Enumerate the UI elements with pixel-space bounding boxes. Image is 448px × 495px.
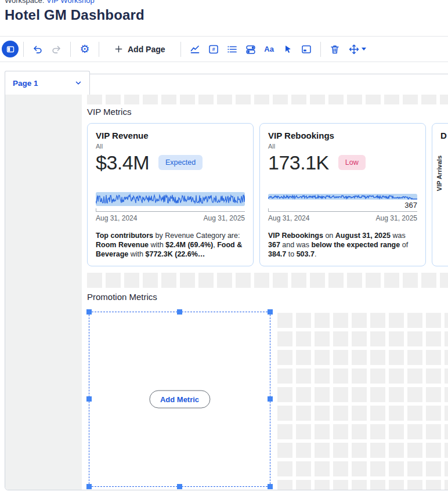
- grid-placeholder: [315, 387, 330, 402]
- grid-placeholder: [407, 331, 422, 346]
- resize-handle-s[interactable]: [177, 484, 182, 489]
- grid-placeholder: [310, 95, 325, 104]
- grid-placeholder: [333, 350, 348, 365]
- grid-placeholder: [347, 95, 362, 104]
- add-kpi-button[interactable]: #: [205, 41, 222, 58]
- vip-metrics-cards: VIP Revenue All $3.4M Expected Aug 31, 2…: [87, 123, 448, 266]
- grid-placeholder: [277, 313, 292, 328]
- grid-placeholder: [440, 273, 448, 288]
- grid-placeholder: [426, 480, 441, 490]
- resize-handle-e[interactable]: [268, 396, 273, 402]
- undo-button[interactable]: [29, 41, 46, 58]
- grid-placeholder: [315, 406, 330, 421]
- add-metric-button[interactable]: Add Metric: [149, 391, 210, 409]
- placeholder-row-top: [87, 95, 448, 104]
- metric-card-vip-revenue[interactable]: VIP Revenue All $3.4M Expected Aug 31, 2…: [87, 123, 254, 266]
- toolbar-divider: [23, 42, 24, 57]
- add-element-button[interactable]: [298, 41, 315, 58]
- grid-placeholder: [352, 331, 367, 346]
- svg-text:#: #: [212, 46, 215, 52]
- workspace-link[interactable]: VIP Workshop: [46, 0, 95, 5]
- grid-placeholder: [333, 331, 348, 346]
- grid-placeholder: [389, 313, 404, 328]
- metric-card-clipped[interactable]: D VIP Arrivals: [432, 123, 448, 266]
- resize-handle-ne[interactable]: [268, 309, 273, 315]
- grid-placeholder: [352, 313, 367, 328]
- date-range-start: Aug 31, 2024: [96, 214, 137, 222]
- grid-placeholder: [333, 480, 348, 490]
- add-page-button[interactable]: Add Page: [107, 40, 172, 59]
- caret-down-icon: [362, 48, 366, 50]
- card-value: 173.1K: [268, 151, 329, 174]
- list-icon: [226, 44, 238, 55]
- status-badge-low: Low: [338, 155, 366, 170]
- resize-handle-w[interactable]: [86, 396, 92, 402]
- grid-placeholder: [106, 273, 121, 288]
- grid-placeholder: [315, 424, 330, 439]
- controls-toggle-icon: [245, 44, 256, 55]
- move-button[interactable]: [345, 41, 370, 58]
- grid-placeholder: [445, 313, 448, 328]
- grid-placeholder: [352, 406, 367, 421]
- grid-placeholder: [124, 273, 139, 288]
- grid-placeholder: [333, 313, 348, 328]
- add-action-button[interactable]: [279, 41, 297, 58]
- metric-card-vip-rebookings[interactable]: VIP Rebookings All 173.1K Low 367 Aug 31…: [259, 123, 426, 266]
- grid-placeholder: [389, 424, 404, 439]
- settings-button[interactable]: ⚙: [76, 41, 93, 58]
- chevron-down-icon[interactable]: [74, 79, 82, 87]
- redo-button[interactable]: [48, 41, 65, 58]
- grid-placeholder: [352, 424, 367, 439]
- resize-handle-nw[interactable]: [86, 309, 92, 315]
- placeholder-grid-right: [277, 313, 448, 490]
- grid-placeholder: [347, 273, 362, 288]
- resize-handle-sw[interactable]: [86, 484, 92, 489]
- section-title-vip-metrics: VIP Metrics: [87, 107, 131, 117]
- grid-placeholder: [296, 350, 311, 365]
- grid-placeholder: [445, 461, 448, 476]
- dashboard-canvas: VIP Metrics VIP Revenue All $3.4M Expect…: [5, 74, 448, 490]
- grid-placeholder: [403, 95, 418, 104]
- grid-placeholder: [296, 406, 311, 421]
- grid-placeholder: [407, 461, 422, 476]
- grid-placeholder: [352, 368, 367, 384]
- grid-placeholder: [384, 273, 399, 288]
- add-list-button[interactable]: [223, 41, 241, 58]
- delete-button[interactable]: [326, 41, 344, 58]
- grid-placeholder: [273, 273, 288, 288]
- grid-placeholder: [403, 273, 418, 288]
- grid-placeholder: [277, 406, 292, 421]
- grid-placeholder: [315, 350, 330, 365]
- resize-handle-se[interactable]: [268, 484, 273, 489]
- grid-placeholder: [315, 443, 330, 458]
- grid-placeholder: [389, 480, 404, 490]
- grid-placeholder: [407, 313, 422, 328]
- tab-page-1[interactable]: Page 1: [5, 71, 90, 95]
- grid-placeholder: [426, 313, 441, 328]
- grid-placeholder: [370, 350, 385, 365]
- grid-placeholder: [366, 273, 381, 288]
- settings-gear-icon: ⚙: [80, 44, 89, 55]
- grid-placeholder: [352, 443, 367, 458]
- grid-placeholder: [352, 350, 367, 365]
- grid-placeholder: [389, 350, 404, 365]
- grid-placeholder: [426, 331, 441, 346]
- sidebar-toggle-button[interactable]: [2, 41, 19, 57]
- grid-placeholder: [315, 480, 330, 490]
- add-text-button[interactable]: Aa: [261, 41, 278, 58]
- grid-placeholder: [352, 387, 367, 402]
- grid-placeholder: [143, 273, 158, 288]
- resize-handle-n[interactable]: [177, 309, 182, 315]
- grid-placeholder: [407, 443, 422, 458]
- grid-placeholder: [296, 480, 311, 490]
- grid-placeholder: [106, 95, 121, 104]
- grid-placeholder: [445, 350, 448, 365]
- grid-placeholder: [370, 424, 385, 439]
- add-controls-button[interactable]: [242, 41, 259, 58]
- grid-placeholder: [426, 461, 441, 476]
- grid-placeholder: [445, 387, 448, 402]
- selected-empty-widget[interactable]: Add Metric: [89, 312, 270, 487]
- card-value: $3.4M: [96, 151, 149, 174]
- add-chart-button[interactable]: [186, 41, 204, 58]
- sparkline-axis: [96, 211, 245, 212]
